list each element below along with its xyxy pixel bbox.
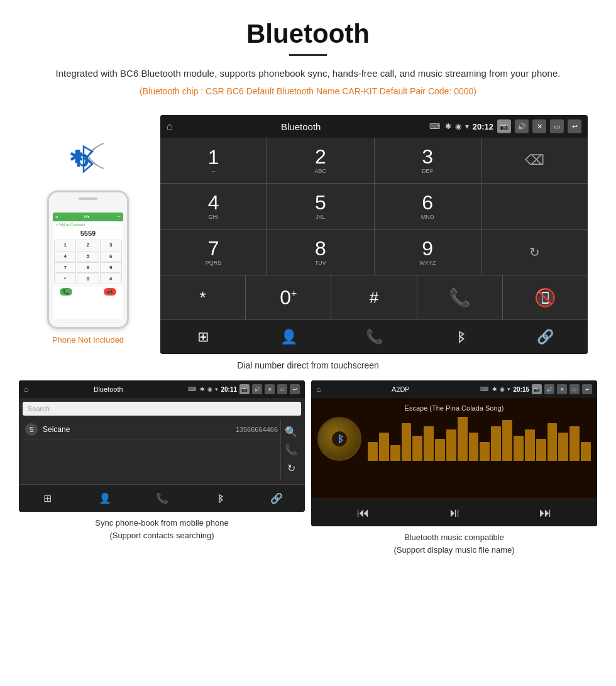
next-icon[interactable]: ⏭: [539, 506, 552, 520]
phonebook-usb-icon: ⌨: [188, 386, 196, 392]
search-action-icon[interactable]: 🔍: [285, 426, 297, 438]
pb-nav-dialpad[interactable]: ⊞: [19, 487, 76, 509]
music-volume-btn[interactable]: 🔊: [544, 384, 554, 394]
dial-key-9[interactable]: 9 WXYZ: [375, 230, 481, 275]
eq-bar: [424, 426, 434, 461]
eq-bar: [547, 423, 558, 461]
eq-bar: [402, 423, 412, 461]
music-content: Escape (The Pina Colada Song): [311, 398, 597, 499]
bt-status-icon: ✱: [445, 122, 451, 131]
music-statusbar-icons: ✱ ◉ ▾ 20:15 📷 🔊 ✕ ▭ ↩: [492, 384, 592, 394]
music-bt-icon: ✱: [492, 386, 497, 392]
dial-key-6[interactable]: 6 MNO: [375, 184, 481, 229]
phonebook-screen: ⌂ Bluetooth ⌨ ✱ ◉ ▾ 20:11 📷 🔊 ✕ ▭ ↩ Sear…: [19, 380, 305, 512]
close-btn[interactable]: ✕: [532, 119, 546, 133]
dial-key-4[interactable]: 4 GHI: [160, 184, 267, 229]
phonebook-volume-btn[interactable]: 🔊: [252, 384, 262, 394]
dial-key-7[interactable]: 7 PQRS: [160, 230, 267, 275]
pb-nav-link[interactable]: 🔗: [248, 487, 305, 509]
page-specs: (Bluetooth chip : CSR BC6 Default Blueto…: [13, 86, 603, 96]
contacts-icon: 👤: [280, 329, 297, 345]
screen-btn[interactable]: ▭: [550, 119, 564, 133]
dial-key-1[interactable]: 1 ∽: [160, 138, 267, 183]
refresh-icon: ↻: [529, 245, 540, 260]
link-icon: 🔗: [537, 329, 554, 345]
music-controls: ⏮ ⏯ ⏭: [311, 499, 597, 526]
backspace-cell[interactable]: ⌫: [481, 138, 588, 183]
dial-key-hash[interactable]: #: [331, 275, 416, 319]
contact-row[interactable]: S Seicane 13566664466: [23, 419, 280, 440]
home-icon[interactable]: ⌂: [167, 121, 173, 132]
camera-btn[interactable]: 📷: [497, 119, 511, 133]
eq-bar: [502, 420, 512, 461]
music-screen-btn[interactable]: ▭: [569, 384, 580, 394]
pb-bluetooth-icon: [214, 494, 224, 504]
nav-phone[interactable]: 📞: [331, 324, 417, 350]
nav-contacts[interactable]: 👤: [246, 324, 331, 350]
search-bar[interactable]: Search: [23, 402, 301, 416]
nav-dialpad[interactable]: ⊞: [160, 324, 246, 350]
phonebook-bt-icon: ✱: [200, 386, 205, 392]
location-icon: ◉: [455, 122, 461, 131]
prev-icon[interactable]: ⏮: [357, 506, 370, 520]
eq-bar: [390, 445, 400, 461]
nav-link[interactable]: 🔗: [502, 324, 588, 350]
dial-key-5[interactable]: 5 JKL: [267, 184, 373, 229]
car-screen-dial: ⌂ Bluetooth ⌨ ✱ ◉ ▾ 20:12 📷 🔊 ✕ ▭ ↩ 1 ∽: [160, 115, 588, 354]
call-red-cell[interactable]: 📵: [503, 275, 588, 319]
eq-bar: [491, 426, 501, 461]
dial-key-2[interactable]: 2 ABC: [267, 138, 373, 183]
phone-mock-bottom: 📞 📵: [53, 285, 123, 297]
play-pause-icon[interactable]: ⏯: [448, 506, 461, 520]
dial-key-0[interactable]: 0+: [246, 275, 331, 319]
music-home-icon[interactable]: ⌂: [316, 385, 321, 394]
bt-icon-svg: b: [72, 140, 104, 178]
call-action-icon[interactable]: 📞: [285, 444, 297, 456]
dial-caption: Dial number direct from touchscreen: [0, 360, 616, 370]
call-green-icon: 📞: [449, 287, 471, 308]
eq-bar: [536, 439, 546, 461]
phonebook-caption: Sync phone-book from mobile phone(Suppor…: [95, 517, 228, 541]
usb-icon: ⌨: [429, 122, 440, 131]
pb-dialpad-icon: ⊞: [43, 492, 52, 504]
pb-nav-contacts[interactable]: 👤: [76, 487, 133, 509]
phone-mock-header: ≡ M▾ ⋯: [53, 213, 123, 221]
pb-nav-bluetooth[interactable]: [190, 487, 248, 509]
eq-bar: [446, 429, 456, 461]
dial-key-3[interactable]: 3 DEF: [375, 138, 481, 183]
main-demo-area: ✱ b ≡ M▾ ⋯: [0, 115, 616, 354]
dial-key-star[interactable]: *: [160, 275, 245, 319]
eq-bar: [435, 439, 445, 461]
volume-btn[interactable]: 🔊: [515, 119, 529, 133]
phone-mock: ≡ M▾ ⋯ + Add to Contacts 5559 123 456 78…: [47, 191, 129, 329]
refresh-action-icon[interactable]: ↻: [287, 462, 295, 474]
dialpad-icon: ⊞: [197, 329, 209, 345]
album-art: [317, 417, 361, 461]
phonebook-back-btn[interactable]: ↩: [290, 384, 300, 394]
music-close-btn[interactable]: ✕: [557, 384, 567, 394]
phonebook-screen-btn[interactable]: ▭: [277, 384, 287, 394]
dialpad: 1 ∽ 2 ABC 3 DEF ⌫ 4 GHI: [160, 138, 588, 319]
call-green-cell[interactable]: 📞: [417, 275, 502, 319]
music-back-btn[interactable]: ↩: [582, 384, 592, 394]
statusbar-time: 20:12: [473, 122, 493, 131]
phonebook-side: S Seicane 13566664466 🔍 📞 ↻: [23, 419, 301, 480]
call-red-icon: 📵: [534, 287, 556, 308]
nav-bluetooth[interactable]: [417, 324, 502, 350]
music-time: 20:15: [513, 386, 529, 393]
phonebook-signal-icon: ▾: [215, 386, 218, 392]
phonebook-title: Bluetooth: [32, 385, 184, 393]
bluetooth-nav-icon: [453, 330, 466, 344]
title-section: Bluetooth Integrated with BC6 Bluetooth …: [0, 0, 616, 115]
dialpad-row-4: * 0+ # 📞 📵: [160, 275, 588, 319]
music-panel: ⌂ A2DP ⌨ ✱ ◉ ▾ 20:15 📷 🔊 ✕ ▭ ↩ Escape (T…: [311, 380, 597, 556]
phonebook-close-btn[interactable]: ✕: [265, 384, 275, 394]
pb-nav-phone[interactable]: 📞: [133, 487, 190, 509]
music-camera-btn[interactable]: 📷: [532, 384, 542, 394]
phonebook-home-icon[interactable]: ⌂: [24, 385, 28, 394]
music-usb-icon: ⌨: [480, 386, 488, 392]
dial-key-8[interactable]: 8 TUV: [267, 230, 373, 275]
refresh-cell[interactable]: ↻: [481, 230, 588, 275]
back-btn[interactable]: ↩: [568, 119, 581, 133]
phonebook-camera-btn[interactable]: 📷: [239, 384, 250, 394]
